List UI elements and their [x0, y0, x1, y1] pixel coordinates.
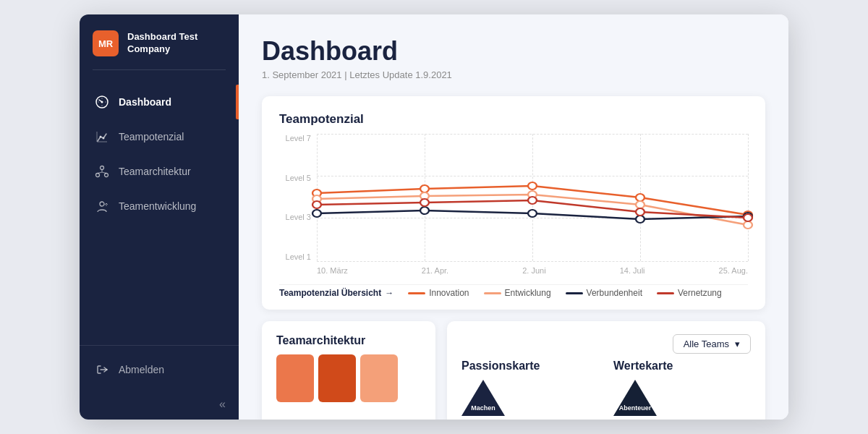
svg-point-27 [744, 214, 752, 221]
triangle-abenteuer: Abenteuer [613, 380, 657, 416]
legend-line-verbundenheit [566, 292, 583, 294]
sidebar-label-teampotenzial: Teampotenzial [119, 131, 184, 142]
sidebar-label-teamentwicklung: Teamentwicklung [119, 200, 196, 212]
y-label-1: Level 1 [286, 252, 317, 261]
chart-x-labels: 10. März 21. Apr. 2. Juni 14. Juli 25. A… [317, 263, 748, 278]
alle-teams-dropdown[interactable]: Alle Teams ▾ [673, 334, 751, 354]
chevron-down-icon: ▾ [735, 339, 740, 349]
teamarchitektur-icon [94, 163, 110, 179]
sidebar-label-dashboard: Dashboard [119, 96, 171, 108]
chart-inner [317, 134, 748, 261]
svg-point-19 [420, 207, 429, 214]
page-subtitle: 1. September 2021 | Letztes Update 1.9.2… [262, 69, 765, 80]
teampotenzial-card: Teampotenzial Level 7 Level 5 Level 3 Le… [262, 96, 765, 310]
legend-label-entwicklung: Entwicklung [505, 288, 551, 298]
legend-link[interactable]: Teampotenzial Übersicht → [279, 288, 393, 298]
svg-point-17 [744, 221, 752, 229]
legend-verbundenheit: Verbundenheit [566, 288, 642, 298]
sidebar-item-teamarchitektur[interactable]: Teamarchitektur [80, 154, 239, 189]
karten-row: Passionskarte Machen Wertekarte [461, 359, 751, 416]
logout-icon [94, 362, 110, 378]
teampotenzial-icon [94, 129, 110, 145]
svg-point-6 [105, 174, 109, 177]
chart-area: Level 7 Level 5 Level 3 Level 1 [279, 134, 748, 278]
svg-point-5 [96, 174, 100, 177]
grid-line-1 [317, 261, 748, 262]
sidebar-label-teamarchitektur: Teamarchitektur [119, 166, 191, 177]
svg-point-3 [103, 137, 105, 140]
legend-innovation: Innovation [408, 288, 469, 298]
svg-point-10 [528, 182, 537, 190]
legend-line-innovation [408, 292, 425, 294]
sidebar-nav: Dashboard Teampotenzial [80, 77, 239, 345]
svg-point-16 [636, 201, 644, 208]
triangle-abenteuer-label: Abenteuer [619, 404, 652, 412]
legend-line-entwicklung [484, 292, 501, 294]
legend-arrow-icon: → [385, 288, 393, 298]
sidebar-item-teampotenzial[interactable]: Teampotenzial [80, 119, 239, 154]
y-label-7: Level 7 [286, 134, 317, 142]
svg-point-11 [636, 194, 644, 201]
svg-point-18 [312, 210, 321, 217]
x-label-1: 21. Apr. [422, 266, 448, 275]
sidebar-header: MR Dashboard Test Company [80, 14, 239, 69]
legend-entwicklung: Entwicklung [484, 288, 551, 298]
svg-point-25 [528, 197, 537, 204]
dropdown-label: Alle Teams [684, 339, 729, 349]
wertekarte-title: Wertekarte [613, 359, 751, 373]
x-label-4: 25. Aug. [719, 266, 748, 275]
arch-card-1 [276, 354, 314, 402]
arch-image [276, 354, 421, 402]
arch-card-3 [360, 354, 398, 402]
svg-point-23 [312, 201, 321, 208]
svg-point-21 [636, 216, 644, 223]
passionskarte-vis: Machen [461, 380, 599, 416]
svg-point-26 [636, 208, 644, 216]
svg-point-20 [528, 210, 537, 217]
bottom-cards: Teamarchitektur Alle Teams ▾ [262, 321, 765, 420]
sidebar-item-dashboard[interactable]: Dashboard [80, 85, 239, 119]
company-name: Dashboard Test Company [127, 31, 226, 56]
sidebar: MR Dashboard Test Company Dashboar [80, 14, 239, 420]
x-label-0: 10. März [317, 266, 348, 275]
triangle-machen: Machen [461, 380, 505, 416]
logout-button[interactable]: Abmelden [94, 357, 224, 382]
legend-link-text: Teampotenzial Übersicht [279, 288, 381, 298]
x-label-2: 2. Juni [522, 266, 545, 275]
passions-werte-card: Alle Teams ▾ Passionskarte Machen [447, 321, 765, 420]
svg-point-4 [101, 166, 104, 170]
passionskarte-title: Passionskarte [461, 359, 599, 373]
wertekarte-vis: Abenteuer [613, 380, 751, 416]
triangle-machen-label: Machen [471, 404, 495, 412]
teamentwicklung-icon [94, 198, 110, 214]
legend-label-innovation: Innovation [429, 288, 469, 298]
svg-point-7 [100, 202, 104, 206]
page-title: Dashboard [262, 36, 765, 67]
svg-point-1 [101, 101, 103, 103]
chart-title: Teampotenzial [279, 112, 748, 127]
wertekarte-section: Wertekarte Abenteuer [613, 359, 751, 416]
avatar: MR [93, 30, 119, 56]
legend-label-vernetzung: Vernetzung [678, 288, 722, 298]
main-content: Dashboard 1. September 2021 | Letztes Up… [239, 14, 788, 420]
sidebar-item-teamentwicklung[interactable]: Teamentwicklung [80, 189, 239, 224]
y-label-5: Level 5 [286, 174, 317, 182]
logout-label: Abmelden [119, 364, 164, 375]
svg-point-9 [420, 185, 429, 192]
vert-line-4 [748, 134, 749, 261]
sidebar-divider [93, 69, 226, 70]
chart-legend: Teampotenzial Übersicht → Innovation Ent… [279, 284, 748, 298]
teamarchitektur-title: Teamarchitektur [276, 334, 421, 347]
legend-line-vernetzung [657, 292, 674, 294]
sidebar-bottom: Abmelden [80, 345, 239, 393]
legend-label-verbundenheit: Verbundenheit [587, 288, 642, 298]
app-window: MR Dashboard Test Company Dashboar [80, 14, 788, 420]
svg-point-2 [100, 136, 102, 138]
teamarchitektur-card: Teamarchitektur [262, 321, 435, 420]
legend-vernetzung: Vernetzung [657, 288, 722, 298]
sidebar-collapse-button[interactable]: « [80, 393, 239, 420]
outer-container: MR Dashboard Test Company Dashboar [0, 0, 868, 434]
dropdown-row: Alle Teams ▾ [461, 334, 751, 354]
passionskarte-section: Passionskarte Machen [461, 359, 599, 416]
chart-y-labels: Level 7 Level 5 Level 3 Level 1 [279, 134, 317, 261]
